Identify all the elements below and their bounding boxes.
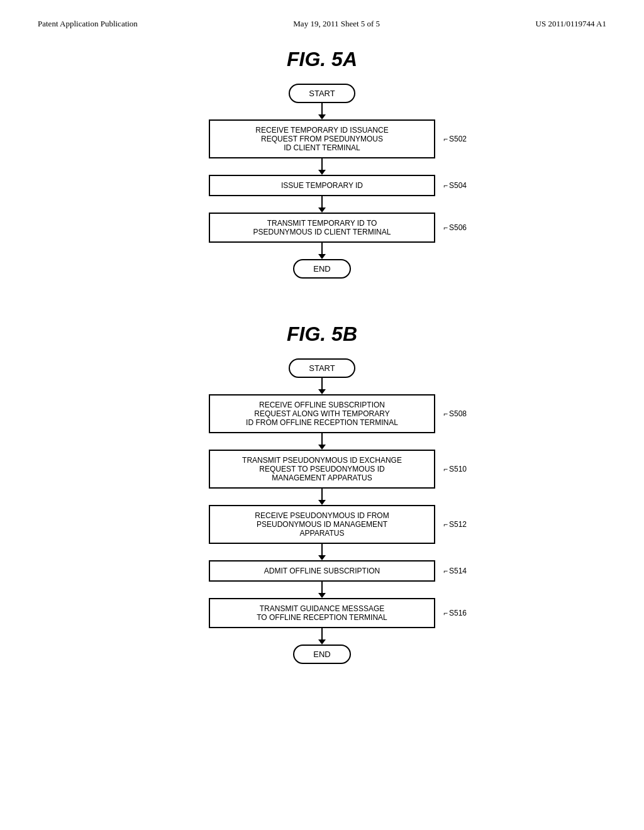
vline: [321, 433, 323, 445]
box-s508: RECEIVE OFFLINE SUBSCRIPTIONREQUEST ALON…: [209, 394, 435, 433]
section-gap: [38, 297, 606, 323]
box-s516: TRANSMIT GUIDANCE MESSSAGETO OFFLINE REC…: [209, 598, 435, 628]
arrow-down: [318, 208, 326, 213]
box-s502: RECEIVE TEMPORARY ID ISSUANCEREQUEST FRO…: [209, 119, 435, 158]
flowchart-5a: START RECEIVE TEMPORARY ID ISSUANCEREQUE…: [38, 84, 606, 279]
step-label-s502: S502: [443, 135, 467, 143]
vline: [321, 103, 323, 114]
connector-3a: [318, 196, 326, 213]
step-row-s502: RECEIVE TEMPORARY ID ISSUANCEREQUEST FRO…: [177, 119, 467, 158]
fig5b-title: FIG. 5B: [38, 323, 606, 346]
header-right: US 2011/0119744 A1: [536, 19, 606, 29]
end-terminal-b: END: [293, 645, 350, 664]
step-row-s516: TRANSMIT GUIDANCE MESSSAGETO OFFLINE REC…: [177, 598, 467, 628]
connector-6b: [318, 628, 326, 645]
box-s514: ADMIT OFFLINE SUBSCRIPTION: [209, 560, 435, 582]
arrow-down: [318, 170, 326, 175]
connector-5b: [318, 582, 326, 598]
flowchart-5b: START RECEIVE OFFLINE SUBSCRIPTIONREQUES…: [38, 358, 606, 664]
arrow-down: [318, 593, 326, 598]
vline: [321, 196, 323, 208]
step-row-s512: RECEIVE PSEUDONYMOUS ID FROMPSEUDONYMOUS…: [177, 505, 467, 544]
page: Patent Application Publication May 19, 2…: [0, 0, 644, 830]
vline: [321, 582, 323, 593]
header-center: May 19, 2011 Sheet 5 of 5: [293, 19, 380, 29]
connector-2b: [318, 433, 326, 450]
step-label-s508: S508: [443, 409, 467, 418]
step-row-s506: TRANSMIT TEMPORARY ID TOPSEDUNYMOUS ID C…: [177, 213, 467, 243]
vline: [321, 158, 323, 170]
vline: [321, 628, 323, 639]
page-header: Patent Application Publication May 19, 2…: [38, 19, 606, 29]
arrow-down: [318, 114, 326, 119]
arrow-down: [318, 555, 326, 560]
arrow-down: [318, 639, 326, 645]
step-row-s508: RECEIVE OFFLINE SUBSCRIPTIONREQUEST ALON…: [177, 394, 467, 433]
box-s510: TRANSMIT PSEUDONYMOUS ID EXCHANGEREQUEST…: [209, 450, 435, 489]
arrow-down: [318, 254, 326, 259]
vline: [321, 243, 323, 254]
step-label-s514: S514: [443, 567, 467, 575]
start-terminal-a: START: [289, 84, 355, 103]
header-left: Patent Application Publication: [38, 19, 138, 29]
step-row-s504: ISSUE TEMPORARY ID S504: [177, 175, 467, 196]
step-label-s504: S504: [443, 181, 467, 190]
arrow-down: [318, 500, 326, 505]
end-terminal-a: END: [293, 259, 350, 279]
box-s504: ISSUE TEMPORARY ID: [209, 175, 435, 196]
connector-3b: [318, 489, 326, 505]
box-s506: TRANSMIT TEMPORARY ID TOPSEDUNYMOUS ID C…: [209, 213, 435, 243]
box-s512: RECEIVE PSEUDONYMOUS ID FROMPSEUDONYMOUS…: [209, 505, 435, 544]
connector-1b: [318, 378, 326, 394]
start-terminal-b: START: [289, 358, 355, 378]
step-label-s506: S506: [443, 223, 467, 232]
arrow-down: [318, 389, 326, 394]
arrow-down: [318, 445, 326, 450]
fig5a-title: FIG. 5A: [38, 48, 606, 71]
connector-2a: [318, 158, 326, 175]
vline: [321, 489, 323, 500]
connector-1a: [318, 103, 326, 119]
step-label-s512: S512: [443, 520, 467, 529]
vline: [321, 378, 323, 389]
connector-4b: [318, 544, 326, 560]
vline: [321, 544, 323, 555]
step-label-s516: S516: [443, 609, 467, 617]
step-row-s510: TRANSMIT PSEUDONYMOUS ID EXCHANGEREQUEST…: [177, 450, 467, 489]
step-row-s514: ADMIT OFFLINE SUBSCRIPTION S514: [177, 560, 467, 582]
connector-4a: [318, 243, 326, 259]
step-label-s510: S510: [443, 465, 467, 473]
